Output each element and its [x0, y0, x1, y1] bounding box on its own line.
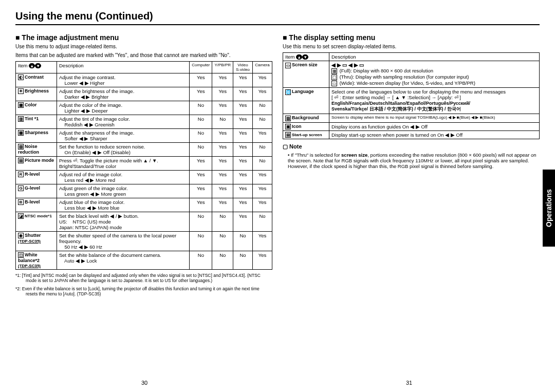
page-number-right: 31 [406, 380, 412, 386]
footnote-1: *1: [Tint] and [NTSC mode] can be displa… [15, 273, 272, 283]
table-row: BB-levelAdjust blue of the image color. … [16, 198, 272, 212]
table-row: RR-levelAdjust red of the image color. L… [16, 171, 272, 184]
note-heading: Note [283, 143, 540, 150]
right-column: The display setting menu Use this menu t… [283, 30, 540, 296]
note-body: • If "Thru" is selected for screen size,… [283, 152, 540, 169]
table-row: ▣Icon Display icons as function guides O… [283, 122, 540, 130]
table-row: ▤Picture modePress ⏎. Toggle the picture… [16, 157, 272, 171]
table-row: GG-levelAdjust green of the image color.… [16, 184, 272, 198]
header-video: Video S-video [233, 62, 253, 73]
display-setting-table: Item ▲▼ Description ▭Screen size ◀ ▶ ▭ ◀… [283, 52, 540, 139]
table-row: ◪NTSC mode*1Set the black level with ◀ /… [16, 212, 272, 232]
footnote-2: *2: Even if the white balance is set to … [15, 286, 272, 296]
header-desc: Description [329, 53, 540, 61]
page-title: Using the menu (Continued) [15, 10, 540, 25]
header-item: Item ▲▼ [283, 53, 329, 61]
intro-text: Use this menu to adjust image-related it… [15, 44, 272, 49]
table-row: 🌐Language Select one of the languages be… [283, 88, 540, 114]
image-adjustment-table: Item ▲▼ Description Computer Y/PB/PR Vid… [15, 61, 272, 270]
table-row: ☀BrightnessAdjust the brightness of the … [16, 87, 272, 101]
header-camera: Camera [253, 62, 272, 73]
intro-text-right: Use this menu to set screen display-rela… [283, 44, 540, 49]
table-row: ◫White balance*2(TDP-SC35)Set the white … [16, 251, 272, 270]
table-row: ◉Shutter(TDP-SC35)Set the shutter speed … [16, 232, 272, 251]
page-number-left: 30 [141, 380, 147, 386]
side-tab-operations: Operations [543, 170, 555, 247]
header-desc: Description [57, 62, 190, 73]
table-row: ◐ContrastAdjust the image contrast. Lowe… [16, 73, 272, 87]
table-row: ▥Tint *1Adjust the tint of the image col… [16, 115, 272, 129]
table-row: ▩SharpnessAdjust the sharpness of the im… [16, 129, 272, 143]
table-row: ▤Start-up screen Display start-up screen… [283, 130, 540, 139]
intro-text-2: Items that can be adjusted are marked wi… [15, 52, 272, 58]
section-title-image-adjustment: The image adjustment menu [15, 33, 272, 42]
section-title-display-setting: The display setting menu [283, 33, 540, 42]
table-row: ▦ColorAdjust the color of the image. Lig… [16, 101, 272, 115]
table-row: ▨Background Screen to display when there… [283, 114, 540, 122]
left-column: The image adjustment menu Use this menu … [15, 30, 272, 296]
header-item: Item ▲▼ [16, 62, 57, 73]
header-computer: Computer [190, 62, 212, 73]
table-row: ▧Noise reductionSet the function to redu… [16, 143, 272, 157]
header-ypbpr: Y/PB/PR [212, 62, 233, 73]
table-row: ▭Screen size ◀ ▶ ▭ ◀ ▶ ▭ ▦ (Full): Displ… [283, 61, 540, 88]
